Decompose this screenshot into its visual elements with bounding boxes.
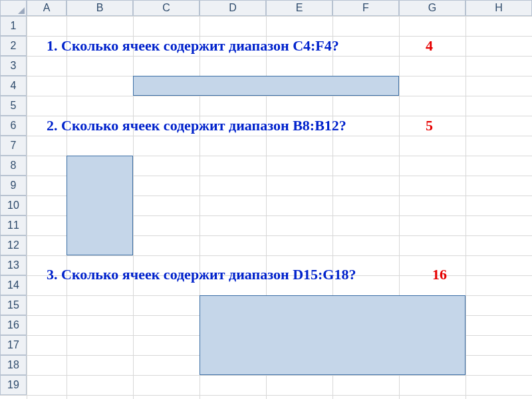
question-3: 3. Сколько ячеек содержит диапазон D15:G… [47, 266, 356, 283]
row-header-10[interactable]: 10 [0, 196, 27, 215]
row-header-1[interactable]: 1 [0, 16, 27, 36]
range-C4-F4[interactable] [133, 76, 399, 96]
col-header-C[interactable]: C [133, 0, 200, 16]
col-header-D[interactable]: D [200, 0, 266, 16]
row-header-15[interactable]: 15 [0, 295, 27, 315]
range-D15-G18[interactable] [200, 295, 466, 375]
row-header-11[interactable]: 11 [0, 215, 27, 235]
col-header-B[interactable]: B [66, 0, 133, 16]
col-header-F[interactable]: F [332, 0, 399, 16]
row-header-5[interactable]: 5 [0, 96, 27, 116]
col-header-A[interactable]: A [27, 0, 66, 16]
select-all-corner[interactable] [0, 0, 27, 16]
row-header-16[interactable]: 16 [0, 315, 27, 335]
range-B8-B12[interactable] [66, 156, 133, 255]
row-header-7[interactable]: 7 [0, 136, 27, 156]
row-header-17[interactable]: 17 [0, 335, 27, 355]
row-header-9[interactable]: 9 [0, 176, 27, 196]
row-header-18[interactable]: 18 [0, 355, 27, 375]
row-header-12[interactable]: 12 [0, 235, 27, 255]
row-header-13[interactable]: 13 [0, 255, 27, 275]
row-header-8[interactable]: 8 [0, 156, 27, 176]
question-1: 1. Сколько ячеек содержит диапазон C4:F4… [47, 37, 339, 55]
col-header-H[interactable]: H [466, 0, 532, 16]
row-header-19[interactable]: 19 [0, 375, 27, 395]
row-header-2[interactable]: 2 [0, 36, 27, 56]
row-header-6[interactable]: 6 [0, 116, 27, 136]
question-2: 2. Сколько ячеек содержит диапазон B8:B1… [47, 117, 346, 134]
answer-2: 5 [426, 117, 433, 134]
answer-1: 4 [426, 37, 433, 55]
spreadsheet-view: A B C D E F G H 1 2 3 4 5 6 7 8 9 10 11 … [0, 0, 532, 399]
row-header-14[interactable]: 14 [0, 275, 27, 295]
col-header-G[interactable]: G [399, 0, 466, 16]
col-header-E[interactable]: E [266, 0, 332, 16]
row-header-3[interactable]: 3 [0, 56, 27, 76]
row-header-4[interactable]: 4 [0, 76, 27, 96]
answer-3: 16 [432, 266, 447, 283]
